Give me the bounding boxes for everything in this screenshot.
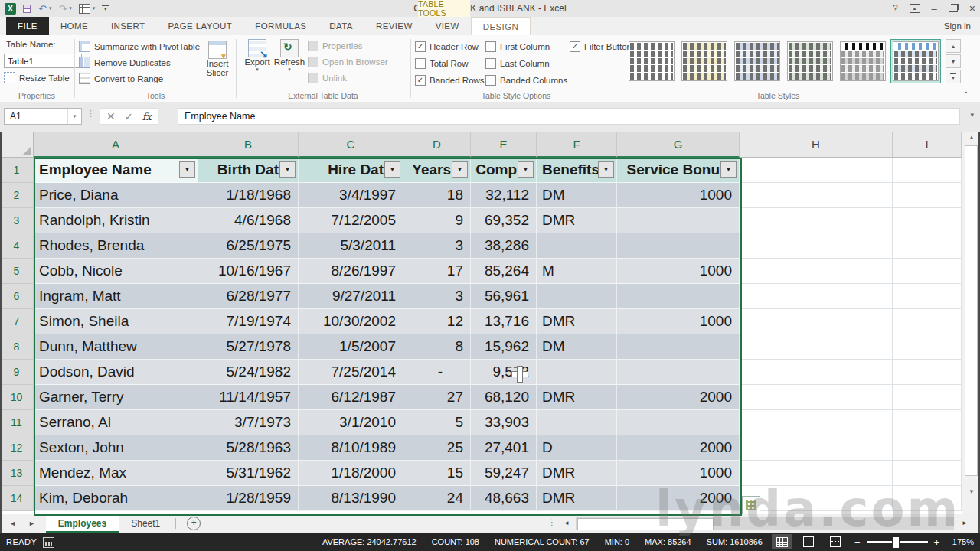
cell-H9[interactable] xyxy=(740,360,893,385)
vertical-scrollbar-thumb[interactable] xyxy=(965,145,978,476)
ribbon-button-summarize-with-pivottable[interactable]: Summarize with PivotTable xyxy=(79,41,200,52)
cell-F13[interactable]: DMR xyxy=(537,461,617,486)
sheet-tab-sheet1[interactable]: Sheet1 xyxy=(119,514,172,533)
sheet-nav-left-icon[interactable]: ◄ xyxy=(9,520,16,527)
cell-H4[interactable] xyxy=(740,233,893,259)
column-header-G[interactable]: G xyxy=(617,132,740,158)
cell-B8[interactable]: 5/27/1978 xyxy=(198,334,299,360)
formula-input[interactable]: Employee Name xyxy=(178,108,960,125)
cell-D4[interactable]: 3 xyxy=(403,233,471,259)
cell-D6[interactable]: 3 xyxy=(403,284,471,309)
table-style-medium-blue[interactable] xyxy=(890,39,941,83)
cell-E13[interactable]: 59,247 xyxy=(471,461,537,486)
row-header-2[interactable]: 2 xyxy=(0,183,34,208)
tab-view[interactable]: VIEW xyxy=(424,17,471,35)
checkbox-last-column-box[interactable] xyxy=(485,58,496,69)
tab-design[interactable]: DESIGN xyxy=(471,17,531,35)
column-header-F[interactable]: F xyxy=(537,132,617,158)
table-style-plain[interactable] xyxy=(626,39,677,83)
cell-C4[interactable]: 5/3/2011 xyxy=(299,233,403,259)
cell-C14[interactable]: 8/13/1990 xyxy=(299,486,403,511)
cell-C7[interactable]: 10/30/2002 xyxy=(299,309,403,334)
cell-E10[interactable]: 68,120 xyxy=(471,385,537,410)
cell-F10[interactable]: DMR xyxy=(537,385,617,410)
cell-D3[interactable]: 9 xyxy=(403,208,471,233)
cell-B6[interactable]: 6/28/1977 xyxy=(198,284,299,309)
cell-H10[interactable] xyxy=(740,385,893,410)
row-header-1[interactable]: 1 xyxy=(0,158,34,183)
cell-C12[interactable]: 8/10/1989 xyxy=(299,435,403,461)
cell-D7[interactable]: 12 xyxy=(403,309,471,334)
checkbox-total-row[interactable]: Total Row xyxy=(415,57,485,70)
filter-button-D[interactable]: ▼ xyxy=(452,161,468,178)
cell-F5[interactable]: M xyxy=(537,259,617,284)
cell-I3[interactable] xyxy=(893,208,962,233)
cell-E5[interactable]: 85,264 xyxy=(471,259,537,284)
column-header-B[interactable]: B xyxy=(198,132,299,158)
ribbon-button-remove-duplicates[interactable]: Remove Duplicates xyxy=(79,57,171,68)
sheet-nav-right-icon[interactable]: ► xyxy=(28,520,35,527)
cell-A12[interactable]: Sexton, John xyxy=(34,435,198,461)
cell-B3[interactable]: 4/6/1968 xyxy=(198,208,299,233)
cell-A13[interactable]: Mendez, Max xyxy=(34,461,198,486)
filter-button-E[interactable]: ▼ xyxy=(518,161,534,178)
cell-C8[interactable]: 1/5/2007 xyxy=(299,334,403,360)
zoom-in-icon[interactable]: + xyxy=(934,536,940,548)
cell-I5[interactable] xyxy=(893,259,962,284)
gallery-scroll-down-icon[interactable]: ▼ xyxy=(946,54,961,68)
cell-D8[interactable]: 8 xyxy=(403,334,471,360)
cancel-icon[interactable]: ✕ xyxy=(106,110,116,122)
minimize-icon[interactable]: – xyxy=(932,4,937,14)
tab-page-layout[interactable]: PAGE LAYOUT xyxy=(156,17,243,35)
cell-B11[interactable]: 3/7/1973 xyxy=(198,410,299,435)
cell-E2[interactable]: 32,112 xyxy=(471,183,537,208)
ribbon-button-convert-to-range[interactable]: Convert to Range xyxy=(79,73,163,84)
cell-G9[interactable] xyxy=(617,360,740,385)
cell-H11[interactable] xyxy=(740,410,893,435)
cell-G10[interactable]: 2000 xyxy=(617,385,740,410)
checkbox-total-row-box[interactable] xyxy=(415,58,426,69)
cell-E3[interactable]: 69,352 xyxy=(471,208,537,233)
cell-H1[interactable] xyxy=(740,158,893,183)
cell-H6[interactable] xyxy=(740,284,893,309)
select-all-corner[interactable] xyxy=(0,132,34,158)
cell-F9[interactable] xyxy=(537,360,617,385)
cell-D2[interactable]: 18 xyxy=(403,183,471,208)
cell-F8[interactable]: DM xyxy=(537,334,617,360)
checkbox-filter-button-box[interactable]: ✓ xyxy=(570,41,580,52)
cell-G14[interactable]: 2000 xyxy=(617,486,740,511)
cell-D12[interactable]: 25 xyxy=(403,435,471,461)
cell-B10[interactable]: 11/14/1957 xyxy=(198,385,299,410)
column-header-H[interactable]: H xyxy=(740,132,893,158)
hscroll-right-icon[interactable]: ► xyxy=(962,520,968,527)
row-header-3[interactable]: 3 xyxy=(0,208,34,233)
macro-record-icon[interactable] xyxy=(43,537,54,548)
cell-C6[interactable]: 9/27/2011 xyxy=(299,284,403,309)
cell-G13[interactable]: 1000 xyxy=(617,461,740,486)
checkbox-last-column[interactable]: Last Column xyxy=(485,57,567,70)
cell-G5[interactable]: 1000 xyxy=(617,259,740,284)
cell-A3[interactable]: Randolph, Kristin xyxy=(34,208,198,233)
name-box[interactable]: A1 ▾ xyxy=(4,108,82,125)
horizontal-scrollbar[interactable] xyxy=(576,517,954,530)
cell-H14[interactable] xyxy=(740,486,893,511)
cell-G7[interactable]: 1000 xyxy=(617,309,740,334)
cell-A4[interactable]: Rhodes, Brenda xyxy=(34,233,198,259)
cell-B12[interactable]: 5/28/1963 xyxy=(198,435,299,461)
cell-G4[interactable] xyxy=(617,233,740,259)
cell-B4[interactable]: 6/25/1975 xyxy=(198,233,299,259)
normal-view-button[interactable] xyxy=(772,534,792,549)
restore-icon[interactable] xyxy=(949,5,958,12)
zoom-track[interactable] xyxy=(867,541,928,543)
cell-E9[interactable]: 9,572 xyxy=(471,360,537,385)
table-style-light-blue[interactable] xyxy=(732,39,782,83)
row-header-9[interactable]: 9 xyxy=(0,360,34,385)
row-header-14[interactable]: 14 xyxy=(0,486,34,511)
checkbox-banded-rows-box[interactable]: ✓ xyxy=(415,75,426,86)
cell-C3[interactable]: 7/12/2005 xyxy=(299,208,403,233)
horizontal-scrollbar-thumb[interactable] xyxy=(577,518,714,530)
row-header-10[interactable]: 10 xyxy=(0,385,34,410)
cell-C13[interactable]: 1/18/2000 xyxy=(299,461,403,486)
cell-D14[interactable]: 24 xyxy=(403,486,471,511)
help-icon[interactable]: ? xyxy=(893,3,898,14)
